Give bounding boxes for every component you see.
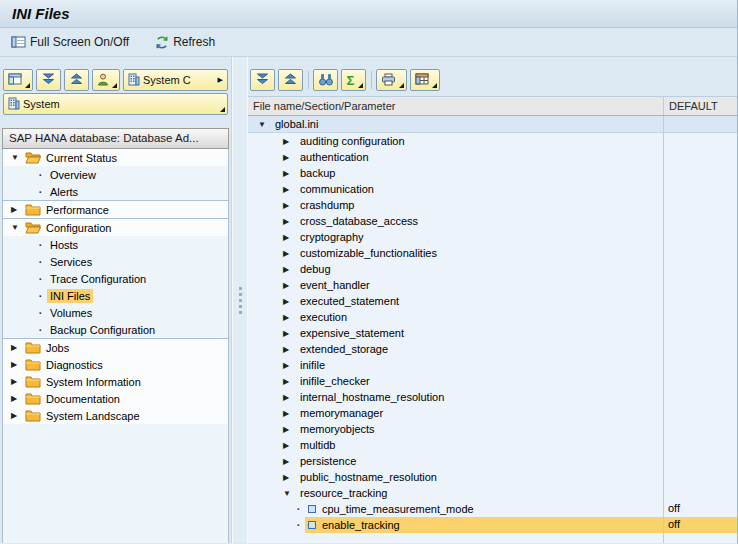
- refresh-button[interactable]: Refresh: [152, 34, 218, 50]
- triangle-right-icon[interactable]: ▶: [11, 411, 25, 420]
- table-row[interactable]: ▶expensive_statement: [248, 325, 737, 341]
- navigation-pane: System C ▶ System SAP HANA database: Dat…: [0, 57, 232, 543]
- triangle-right-icon[interactable]: ▶: [11, 205, 25, 214]
- triangle-right-icon[interactable]: ▶: [283, 310, 297, 325]
- scroll-down-button[interactable]: [36, 69, 61, 91]
- pane-splitter[interactable]: [232, 57, 248, 543]
- triangle-right-icon[interactable]: ▶: [283, 342, 297, 357]
- table-row[interactable]: ▶event_handler: [248, 277, 737, 293]
- triangle-down-icon[interactable]: ▼: [11, 153, 25, 162]
- table-row[interactable]: ▶inifile_checker: [248, 373, 737, 389]
- user-button[interactable]: [92, 69, 120, 91]
- triangle-right-icon[interactable]: ▶: [283, 262, 297, 277]
- table-row[interactable]: ▶executed_statement: [248, 293, 737, 309]
- column-header-filename[interactable]: File name/Section/Parameter: [248, 97, 663, 115]
- tree-item[interactable]: ·Backup Configuration: [3, 321, 228, 338]
- table-row[interactable]: ▶authentication: [248, 149, 737, 165]
- table-row[interactable]: ▶auditing configuration: [248, 133, 737, 149]
- table-row[interactable]: ▶communication: [248, 181, 737, 197]
- tree-item[interactable]: ·Trace Configuration: [3, 270, 228, 287]
- row-label: enable_tracking: [322, 518, 400, 533]
- table-row[interactable]: ▶cryptography: [248, 229, 737, 245]
- triangle-down-icon[interactable]: ▼: [283, 486, 297, 501]
- row-label: cross_database_access: [297, 213, 421, 229]
- table-row[interactable]: ▶persistence: [248, 453, 737, 469]
- triangle-down-icon[interactable]: ▼: [258, 117, 272, 132]
- triangle-right-icon[interactable]: ▶: [283, 134, 297, 149]
- triangle-right-icon[interactable]: ▶: [283, 150, 297, 165]
- triangle-right-icon[interactable]: ▶: [11, 377, 25, 386]
- scroll-up-button[interactable]: [64, 69, 89, 91]
- table-row[interactable]: ▶customizable_functionalities: [248, 245, 737, 261]
- row-label: inifile_checker: [297, 373, 373, 389]
- tree-item[interactable]: ▼Current Status: [3, 149, 228, 166]
- scroll-down-button[interactable]: [250, 69, 275, 91]
- triangle-right-icon[interactable]: ▶: [283, 278, 297, 293]
- find-button[interactable]: [313, 69, 338, 91]
- tree-item[interactable]: ▶Diagnostics: [3, 356, 228, 373]
- scroll-up-button[interactable]: [278, 69, 303, 91]
- triangle-right-icon[interactable]: ▶: [283, 246, 297, 261]
- tree-item[interactable]: ▶System Information: [3, 373, 228, 390]
- triangle-right-icon[interactable]: ▶: [283, 374, 297, 389]
- table-row[interactable]: ▶backup: [248, 165, 737, 181]
- triangle-right-icon[interactable]: ▶: [11, 394, 25, 403]
- triangle-right-icon[interactable]: ▶: [283, 214, 297, 229]
- table-row[interactable]: ▶memoryobjects: [248, 421, 737, 437]
- triangle-right-icon[interactable]: ▶: [283, 422, 297, 437]
- triangle-right-icon[interactable]: ▶: [283, 406, 297, 421]
- triangle-right-icon[interactable]: ▶: [283, 358, 297, 373]
- table-row[interactable]: ·cpu_time_measurement_modeoff: [248, 501, 737, 517]
- views-button[interactable]: [410, 69, 440, 91]
- table-row[interactable]: ▶internal_hostname_resolution: [248, 389, 737, 405]
- table-row[interactable]: ▼resource_tracking: [248, 485, 737, 501]
- layout-button[interactable]: [3, 69, 33, 91]
- table-row[interactable]: ▶inifile: [248, 357, 737, 373]
- column-header-default[interactable]: DEFAULT: [663, 97, 737, 115]
- table-row[interactable]: ▶extended_storage: [248, 341, 737, 357]
- triangle-right-icon[interactable]: ▶: [283, 438, 297, 453]
- tree-item[interactable]: ▶Jobs: [3, 339, 228, 356]
- table-row[interactable]: ▶crashdump: [248, 197, 737, 213]
- table-row[interactable]: ▶execution: [248, 309, 737, 325]
- tree-item[interactable]: ·Overview: [3, 166, 228, 183]
- default-cell: off: [663, 517, 737, 533]
- tree-item[interactable]: ▶Documentation: [3, 390, 228, 407]
- triangle-right-icon[interactable]: ▶: [283, 230, 297, 245]
- sum-button[interactable]: Σ: [341, 69, 366, 91]
- tree-item[interactable]: ·Hosts: [3, 236, 228, 253]
- table-row[interactable]: ▶multidb: [248, 437, 737, 453]
- folder-open-icon: [25, 151, 43, 164]
- table-row[interactable]: ▼global.ini: [248, 116, 737, 133]
- print-button[interactable]: [376, 69, 407, 91]
- triangle-right-icon[interactable]: ▶: [283, 454, 297, 469]
- triangle-right-icon[interactable]: ▶: [283, 470, 297, 485]
- tree-item[interactable]: ▼Configuration: [3, 219, 228, 236]
- tree-item[interactable]: ▶System Landscape: [3, 407, 228, 424]
- fullscreen-toggle-button[interactable]: Full Screen On/Off: [8, 34, 132, 50]
- table-row[interactable]: ▶cross_database_access: [248, 213, 737, 229]
- system-button[interactable]: System: [3, 93, 228, 115]
- triangle-right-icon[interactable]: ▶: [283, 326, 297, 341]
- triangle-right-icon[interactable]: ▶: [11, 360, 25, 369]
- triangle-right-icon[interactable]: ▶: [283, 390, 297, 405]
- table-row[interactable]: ▶memorymanager: [248, 405, 737, 421]
- tree-item[interactable]: ·INI Files: [3, 287, 228, 304]
- triangle-right-icon[interactable]: ▶: [283, 166, 297, 181]
- triangle-right-icon[interactable]: ▶: [283, 198, 297, 213]
- triangle-right-icon[interactable]: ▶: [11, 343, 25, 352]
- system-context-button[interactable]: System C ▶: [123, 69, 228, 91]
- tree-view-selector[interactable]: SAP HANA database: Database Ad...: [2, 128, 229, 149]
- table-row[interactable]: ▶public_hostname_resolution: [248, 469, 737, 485]
- table-row[interactable]: ▶debug: [248, 261, 737, 277]
- tree-item[interactable]: ▶Performance: [3, 201, 228, 218]
- tree-item[interactable]: ·Services: [3, 253, 228, 270]
- table-grid-icon: [415, 73, 429, 87]
- tree-item[interactable]: ·Volumes: [3, 304, 228, 321]
- table-row[interactable]: ·enable_trackingoff: [248, 517, 737, 533]
- default-cell: [663, 309, 737, 325]
- triangle-right-icon[interactable]: ▶: [283, 294, 297, 309]
- tree-item[interactable]: ·Alerts: [3, 183, 228, 200]
- triangle-down-icon[interactable]: ▼: [11, 223, 25, 232]
- triangle-right-icon[interactable]: ▶: [283, 182, 297, 197]
